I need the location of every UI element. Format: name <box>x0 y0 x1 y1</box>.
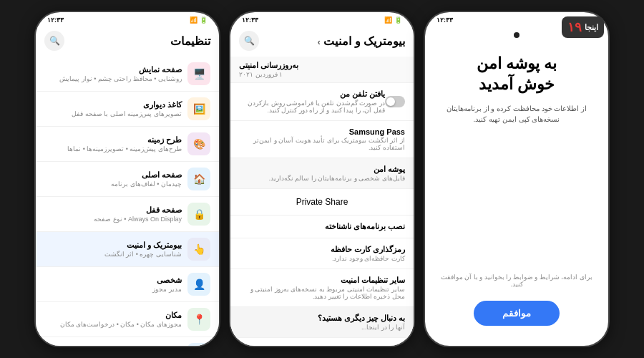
welcome-screen: به پوشه امن خوش آمدید از اطلاعات خود محا… <box>425 25 608 346</box>
display-icon: 🖥️ <box>187 62 210 85</box>
setting-item-biometric[interactable]: 👆 بیومتریک و امنیت شناسایی چهره • اثر ان… <box>36 232 219 267</box>
security-unknown-apps[interactable]: نصب برنامه‌های ناشناخته <box>230 216 414 238</box>
search-other-subtitle: آنها را در اینجا... <box>239 324 405 331</box>
lockscreen-icon: 🔒 <box>187 203 210 226</box>
private-share-row[interactable]: Private Share <box>230 189 414 216</box>
toggle-knob <box>386 97 395 106</box>
wallpaper-subtitle: تصویرهای پس‌زمینه اصلی با صفحه قفل <box>44 110 182 117</box>
setting-item-theme[interactable]: 🎨 طرح زمینه طرح‌های پیش‌زمینه • تصویرزمی… <box>36 127 219 162</box>
unknown-apps-title: نصب برنامه‌های ناشناخته <box>239 222 405 231</box>
middle-phone: ۱۲:۳۳ 📶 🔋 🔍 بیومتریک و امنیت › به‌روزرسا… <box>229 11 415 347</box>
theme-subtitle: طرح‌های پیش‌زمینه • تصویرزمینه‌ها • نماه… <box>44 145 182 153</box>
left-status-icons: 📶 🔋 <box>190 16 208 24</box>
setting-item-wallpaper[interactable]: 🖼️ کاغذ دیواری تصویرهای پس‌زمینه اصلی با… <box>36 92 219 127</box>
terms-text: برای ادامه، شرایط و ضوابط را بخوانید و ب… <box>436 274 597 288</box>
left-status-bar: ۱۲:۳۳ 📶 🔋 <box>36 12 219 25</box>
search-other-title: به دنبال چیز دیگری هستید؟ <box>239 314 405 323</box>
samsung-pass-subtitle: از اثر انگشت بیومتریک برای تأیید هویت آس… <box>239 137 405 151</box>
private-share-label: Private Share <box>239 197 405 207</box>
middle-status-time: ۱۲:۳۳ <box>242 16 258 24</box>
setting-item-lockscreen[interactable]: 🔒 صفحه قفل Always On Display • نوع صفحه <box>36 197 219 232</box>
left-settings-list: 🖥️ صفحه نمایش روشنایی • محافظ راحتی چشم … <box>36 57 219 346</box>
right-status-time: ۱۲:۳۳ <box>436 16 453 24</box>
setting-item-location[interactable]: 📍 مکان مجوزهای مکان • مکان • درخواست‌های… <box>36 302 219 337</box>
google-icon: G <box>187 343 210 346</box>
security-search-other[interactable]: به دنبال چیز دیگری هستید؟ آنها را در این… <box>230 307 414 338</box>
camera-dot <box>514 32 519 38</box>
find-phone-toggle[interactable] <box>385 96 405 107</box>
wallpaper-title: کاغذ دیواری <box>44 100 182 110</box>
theme-title: طرح زمینه <box>44 135 182 145</box>
security-find-phone[interactable]: یافتن تلفن من در صورت گم‌شدن تلفن یا فرا… <box>230 83 414 121</box>
security-secure-folder[interactable]: پوشه امن فایل‌های شخصی و برنامه‌هایتان ر… <box>230 158 414 189</box>
personal-subtitle: مدیر مجوز <box>44 286 182 293</box>
lockscreen-title: صفحه قفل <box>44 205 182 215</box>
update-title: به‌روزرسانی امنیتی <box>239 61 298 70</box>
wallpaper-icon: 🖼️ <box>187 97 210 120</box>
welcome-title: به پوشه امن خوش آمدید <box>477 54 557 95</box>
secure-folder-subtitle: فایل‌های شخصی و برنامه‌هایتان را سالم نگ… <box>239 175 405 182</box>
middle-settings-list: به‌روزرسانی امنیتی ۱ فروردین ۲۰۲۱ یافتن … <box>230 57 414 346</box>
middle-search-icon[interactable]: 🔍 <box>239 31 259 51</box>
personal-icon: 👤 <box>187 273 210 296</box>
biometric-title: بیومتریک و امنیت <box>44 241 182 250</box>
logo-text: اینجا <box>585 23 598 32</box>
security-other-settings[interactable]: سایر تنظیمات امنیت سایر تنظیمات امنیتی م… <box>230 269 414 307</box>
middle-status-bar: ۱۲:۳۳ 📶 🔋 <box>230 12 414 25</box>
card-encrypt-subtitle: کارت حافظه‌ای وجود ندارد. <box>239 255 405 262</box>
left-top-bar: 🔍 تنظیمات <box>36 25 219 57</box>
find-phone-title: یافتن تلفن من <box>239 90 385 99</box>
home-title: صفحه اصلی <box>44 170 182 180</box>
card-encrypt-title: رمزگذاری کارت حافظه <box>239 245 405 254</box>
setting-item-personal[interactable]: 👤 شخصی مدیر مجوز <box>36 267 219 302</box>
samsung-pass-title: Samsung Pass <box>239 127 405 136</box>
other-settings-title: سایر تنظیمات امنیت <box>239 276 405 285</box>
location-subtitle: مجوزهای مکان • مکان • درخواست‌های مکان <box>44 321 182 328</box>
security-samsung-pass[interactable]: Samsung Pass از اثر انگشت بیومتریک برای … <box>230 121 414 158</box>
personal-title: شخصی <box>44 276 182 285</box>
location-title: مکان <box>44 311 182 320</box>
setting-item-google[interactable]: G Google سرویس‌های Google <box>36 337 219 346</box>
setting-item-display[interactable]: 🖥️ صفحه نمایش روشنایی • محافظ راحتی چشم … <box>36 57 219 92</box>
logo-badge: ۱۹ اینجا <box>562 16 604 38</box>
left-page-title: تنظیمات <box>70 34 210 48</box>
middle-page-title: بیومتریک و امنیت › <box>265 34 405 48</box>
lockscreen-subtitle: Always On Display • نوع صفحه <box>44 216 182 223</box>
right-phone: ۱۹ اینجا ۱۲:۳۳ 📶 🔋 به پوشه امن خوش آمدید… <box>424 11 610 347</box>
biometric-subtitle: شناسایی چهره • اثر انگشت <box>44 251 182 258</box>
update-date: ۱ فروردین ۲۰۲۱ <box>239 71 283 78</box>
display-subtitle: روشنایی • محافظ راحتی چشم • نوار پیمایش <box>44 75 182 82</box>
welcome-desc: از اطلاعات خود محافظت کرده و از برنامه‌ه… <box>436 103 597 188</box>
other-settings-subtitle: سایر تنظیمات امنیتی مربوط به نسخه‌های به… <box>239 286 405 300</box>
biometric-icon: 👆 <box>187 238 210 261</box>
middle-status-icons: 📶 🔋 <box>384 16 402 24</box>
theme-icon: 🎨 <box>187 132 210 155</box>
home-icon: 🏠 <box>187 168 210 190</box>
home-subtitle: چیدمان • لفاف‌های برنامه <box>44 180 182 188</box>
find-phone-subtitle: در صورت گم‌شدن تلفن یا فراموشی روش بازکر… <box>239 100 385 114</box>
left-status-time: ۱۲:۳۳ <box>47 16 64 24</box>
security-card-encrypt[interactable]: رمزگذاری کارت حافظه کارت حافظه‌ای وجود ن… <box>230 238 414 269</box>
logo-number: ۱۹ <box>567 19 582 35</box>
left-phone: ۱۲:۳۳ 📶 🔋 🔍 تنظیمات 🖥️ صفحه نمایش روشنای… <box>34 11 220 347</box>
middle-top-bar: 🔍 بیومتریک و امنیت › <box>230 25 414 57</box>
setting-item-home[interactable]: 🏠 صفحه اصلی چیدمان • لفاف‌های برنامه <box>36 162 219 197</box>
location-icon: 📍 <box>187 308 210 331</box>
update-section: به‌روزرسانی امنیتی ۱ فروردین ۲۰۲۱ <box>230 57 414 83</box>
display-title: صفحه نمایش <box>44 65 182 74</box>
left-search-icon[interactable]: 🔍 <box>44 31 64 51</box>
secure-folder-title: پوشه امن <box>239 165 405 174</box>
agree-button[interactable]: موافقم <box>474 301 560 326</box>
